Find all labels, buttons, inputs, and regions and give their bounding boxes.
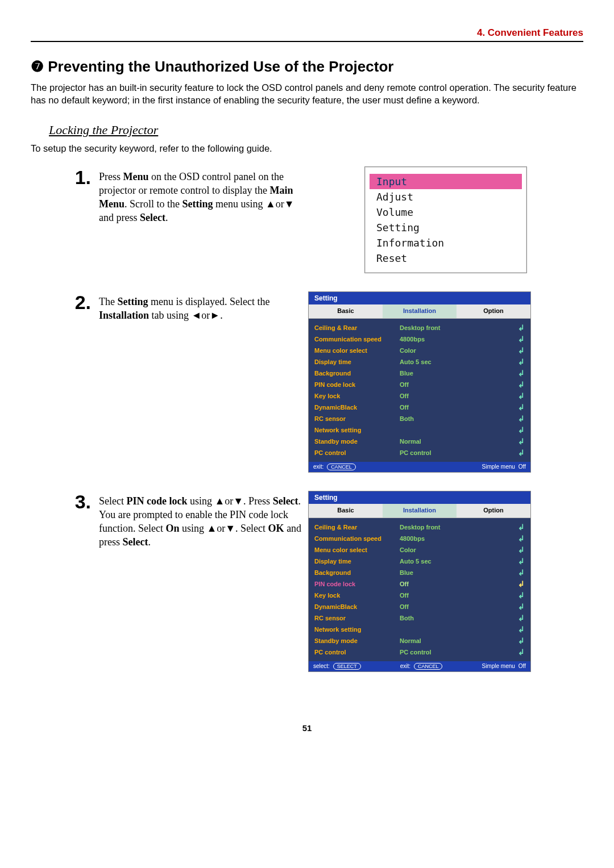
osd-setting-row[interactable]: Key lockOff↲	[313, 390, 526, 402]
main-menu-item[interactable]: Information	[370, 235, 522, 251]
osd-row-label: Key lock	[314, 393, 400, 399]
enter-icon: ↲	[511, 648, 525, 657]
enter-icon: ↲	[511, 335, 525, 344]
osd-setting-row[interactable]: Network setting↲	[313, 624, 526, 635]
osd-tab[interactable]: Installation	[383, 504, 457, 518]
osd-row-value: Off	[400, 603, 511, 610]
osd-setting-row[interactable]: Communication speed4800bps↲	[313, 333, 526, 345]
osd-row-value: PC control	[400, 449, 511, 456]
main-menu-item[interactable]: Volume	[370, 205, 522, 220]
osd-footer-exit: exit: CANCEL	[400, 663, 443, 670]
osd-row-value: Auto 5 sec	[400, 358, 511, 365]
osd-row-label: Display time	[314, 358, 400, 365]
cancel-button-icon[interactable]: CANCEL	[414, 663, 443, 670]
main-menu-item[interactable]: Input	[370, 174, 522, 189]
enter-icon: ↲	[511, 636, 525, 645]
step-2-number: 2.	[53, 291, 99, 314]
osd-row-label: Display time	[314, 558, 400, 565]
osd-setting-row[interactable]: Network setting↲	[313, 424, 526, 436]
enter-icon: ↲	[511, 391, 525, 400]
osd-setting-row[interactable]: Standby modeNormal↲	[313, 635, 526, 646]
header-divider	[31, 41, 583, 42]
osd-setting-row[interactable]: BackgroundBlue↲	[313, 368, 526, 379]
osd-tab[interactable]: Basic	[309, 304, 383, 318]
osd-setting-row[interactable]: Standby modeNormal↲	[313, 436, 526, 447]
enter-icon: ↲	[511, 545, 525, 554]
osd-setting-row[interactable]: Ceiling & RearDesktop front↲	[313, 322, 526, 333]
osd-footer-simple-value: Off	[518, 464, 526, 470]
osd-row-value: Color	[400, 347, 511, 354]
step-1-text: Press Menu on the OSD control panel on t…	[99, 166, 304, 225]
osd-row-value: Normal	[400, 637, 511, 644]
osd-row-label: Communication speed	[314, 336, 400, 343]
select-button-icon[interactable]: SELECT	[333, 663, 361, 670]
enter-icon: ↲	[511, 448, 525, 457]
osd-setting-row[interactable]: Key lockOff↲	[313, 590, 526, 601]
osd-row-label: Ceiling & Rear	[314, 324, 400, 331]
osd-row-label: Menu color select	[314, 347, 400, 354]
enter-icon: ↲	[511, 602, 525, 611]
osd-setting-row[interactable]: PC controlPC control↲	[313, 646, 526, 658]
osd-row-value: Both	[400, 415, 511, 422]
enter-icon: ↲	[511, 369, 525, 378]
enter-icon: ↲	[511, 523, 525, 532]
osd-setting-row[interactable]: Display timeAuto 5 sec↲	[313, 356, 526, 368]
osd-row-label: PC control	[314, 649, 400, 656]
osd-setting-row[interactable]: PC controlPC control↲	[313, 447, 526, 458]
osd-row-label: Background	[314, 370, 400, 377]
osd-row-value: PC control	[400, 649, 511, 656]
osd-setting-row[interactable]: BackgroundBlue↲	[313, 567, 526, 578]
osd-row-label: Key lock	[314, 592, 400, 599]
osd-tab[interactable]: Installation	[383, 304, 457, 318]
osd-row-value: Off	[400, 393, 511, 399]
enter-icon: ↲	[511, 625, 525, 634]
osd-setting-row[interactable]: DynamicBlackOff↲	[313, 601, 526, 612]
osd-setting-row[interactable]: Menu color selectColor↲	[313, 345, 526, 356]
osd-row-label: DynamicBlack	[314, 603, 400, 610]
osd-setting-row[interactable]: RC sensorBoth↲	[313, 413, 526, 424]
osd-tab[interactable]: Basic	[309, 504, 383, 518]
osd-setting-row[interactable]: RC sensorBoth↲	[313, 612, 526, 624]
osd-row-label: Standby mode	[314, 438, 400, 445]
osd-row-value: Blue	[400, 370, 511, 377]
osd-row-value: Off	[400, 581, 511, 587]
osd-setting-row[interactable]: Menu color selectColor↲	[313, 544, 526, 556]
osd-row-label: Network setting	[314, 626, 400, 633]
main-menu-item[interactable]: Setting	[370, 220, 522, 235]
cancel-button-icon[interactable]: CANCEL	[327, 464, 356, 470]
osd-setting-row[interactable]: Display timeAuto 5 sec↲	[313, 556, 526, 567]
osd-row-value: Blue	[400, 569, 511, 576]
osd-footer-simple-label: Simple menu	[482, 464, 515, 470]
osd-row-label: DynamicBlack	[314, 404, 400, 411]
step-3-text: Select PIN code lock using ▲or▼. Press S…	[99, 491, 304, 549]
enter-icon: ↲	[511, 568, 525, 577]
step-1-number: 1.	[53, 166, 99, 189]
main-menu-item[interactable]: Adjust	[370, 189, 522, 205]
osd-footer-simple-value: Off	[518, 663, 526, 669]
osd-row-value: Color	[400, 546, 511, 553]
figure-3-setting-panel: Setting BasicInstallationOption Ceiling …	[308, 491, 531, 672]
osd-setting-row[interactable]: DynamicBlackOff↲	[313, 402, 526, 413]
osd-row-label: PIN code lock	[314, 381, 400, 388]
intro-paragraph: The projector has an built-in security f…	[31, 81, 583, 107]
figure-1-main-menu: InputAdjustVolumeSettingInformationReset	[364, 166, 527, 273]
enter-icon: ↲	[511, 579, 525, 589]
osd-setting-row[interactable]: PIN code lockOff↲	[313, 379, 526, 390]
osd-setting-row[interactable]: Ceiling & RearDesktop front↲	[313, 521, 526, 533]
osd-row-value: Normal	[400, 438, 511, 445]
osd-row-value: Off	[400, 592, 511, 599]
osd-row-value: Auto 5 sec	[400, 558, 511, 565]
osd-tab[interactable]: Option	[457, 504, 530, 518]
osd-footer-select: select: SELECT	[313, 663, 361, 670]
enter-icon: ↲	[511, 425, 525, 435]
main-menu-item[interactable]: Reset	[370, 251, 522, 266]
osd-setting-row[interactable]: PIN code lockOff↲	[313, 578, 526, 590]
osd-row-value: 4800bps	[400, 336, 511, 343]
enter-icon: ↲	[511, 591, 525, 600]
osd-row-label: PC control	[314, 449, 400, 456]
osd-row-label: Standby mode	[314, 637, 400, 644]
osd-row-label: RC sensor	[314, 615, 400, 621]
osd-tab[interactable]: Option	[457, 304, 530, 318]
osd-row-value: Desktop front	[400, 324, 511, 331]
osd-setting-row[interactable]: Communication speed4800bps↲	[313, 533, 526, 544]
